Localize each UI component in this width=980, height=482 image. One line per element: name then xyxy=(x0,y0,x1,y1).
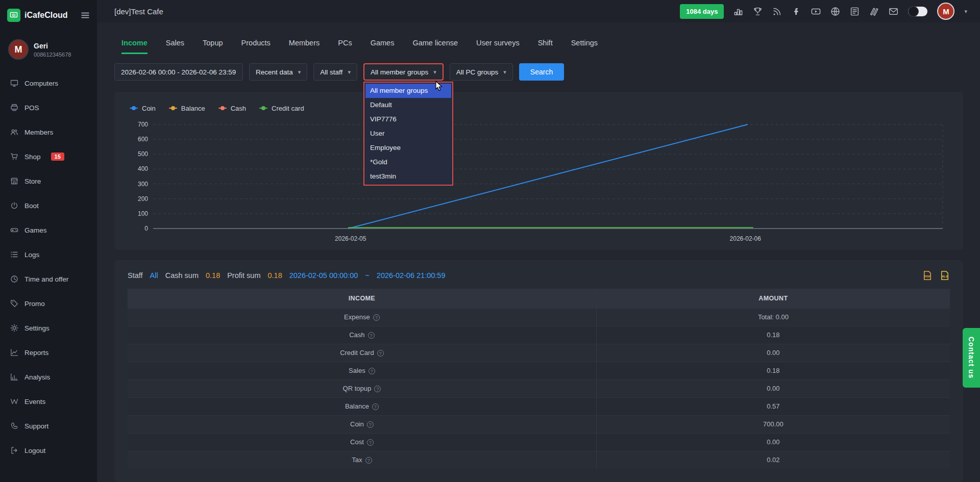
search-button[interactable]: Search xyxy=(519,63,564,81)
legend-item-cash[interactable]: Cash xyxy=(218,105,246,112)
sidebar-item-label: Computers xyxy=(24,80,58,87)
sidebar-item-members[interactable]: Members xyxy=(0,120,97,144)
column-header-income: INCOME xyxy=(128,289,596,308)
sidebar-item-promo[interactable]: Promo xyxy=(0,291,97,316)
sidebar-item-reports[interactable]: Reports xyxy=(0,340,97,365)
help-icon[interactable] xyxy=(365,457,372,464)
sidebar-item-label: Logs xyxy=(24,251,39,259)
income-chart-panel: Coin Balance Cash Credit card 0100200300… xyxy=(114,92,963,250)
tab-topup[interactable]: Topup xyxy=(203,39,223,54)
sidebar-item-games[interactable]: Games xyxy=(0,218,97,242)
layers-icon[interactable] xyxy=(869,7,879,16)
tab-income[interactable]: Income xyxy=(121,39,148,54)
ranking-icon[interactable] xyxy=(733,7,743,16)
export-actions: PDF XLS xyxy=(922,270,950,281)
dropdown-option-gold[interactable]: *Gold xyxy=(365,155,451,169)
dropdown-option-employee[interactable]: Employee xyxy=(365,141,451,155)
tab-pcs[interactable]: PCs xyxy=(338,39,352,54)
help-icon[interactable] xyxy=(374,386,381,392)
tab-products[interactable]: Products xyxy=(241,39,271,54)
tab-shift[interactable]: Shift xyxy=(538,39,553,54)
chevron-down-icon xyxy=(298,69,301,75)
member-groups-value: All member groups xyxy=(371,68,428,76)
tab-settings[interactable]: Settings xyxy=(571,39,598,54)
theme-toggle-switch[interactable] xyxy=(908,7,927,16)
row-amount: 0.02 xyxy=(596,451,950,469)
account-avatar[interactable]: M xyxy=(937,3,954,20)
export-excel-button[interactable]: XLS xyxy=(940,270,950,281)
help-icon[interactable] xyxy=(373,314,380,321)
row-label: Coin xyxy=(350,420,364,428)
help-icon[interactable] xyxy=(367,421,374,428)
sidebar-item-label: Settings xyxy=(24,324,50,332)
income-summary-panel: Staff All Cash sum 0.18 Profit sum 0.18 … xyxy=(114,260,963,482)
row-label: Credit Card xyxy=(340,349,374,357)
legend-item-balance[interactable]: Balance xyxy=(169,105,205,112)
pc-groups-select[interactable]: All PC groups xyxy=(450,63,513,81)
tab-user-surveys[interactable]: User surveys xyxy=(476,39,520,54)
globe-icon[interactable] xyxy=(830,7,840,16)
sidebar-item-time-and-offer[interactable]: Time and offer xyxy=(0,267,97,291)
tab-sales[interactable]: Sales xyxy=(166,39,184,54)
help-icon[interactable] xyxy=(369,368,375,374)
svg-text:XLS: XLS xyxy=(942,274,948,278)
user-name: Geri xyxy=(34,42,71,50)
row-amount: 0.18 xyxy=(596,362,950,379)
tab-game-license[interactable]: Game license xyxy=(412,39,458,54)
recent-data-select[interactable]: Recent data xyxy=(249,63,307,81)
sidebar-item-shop[interactable]: Shop 15 xyxy=(0,144,97,169)
youtube-icon[interactable] xyxy=(811,7,821,16)
chevron-down-icon xyxy=(503,69,506,75)
subscription-days-badge[interactable]: 1084 days xyxy=(680,4,724,19)
facebook-icon[interactable] xyxy=(792,7,801,16)
svg-text:500: 500 xyxy=(138,150,148,158)
export-pdf-button[interactable]: PDF xyxy=(922,270,933,281)
sidebar-item-support[interactable]: Support xyxy=(0,414,97,438)
staff-value: All xyxy=(150,271,158,280)
tab-members[interactable]: Members xyxy=(289,39,320,54)
svg-text:200: 200 xyxy=(138,195,148,202)
income-table-wrap: INCOME AMOUNT ExpenseTotal: 0.00 Cash0.1… xyxy=(114,289,963,469)
mail-icon[interactable] xyxy=(889,7,898,16)
sidebar-item-boot[interactable]: Boot xyxy=(0,193,97,218)
help-icon[interactable] xyxy=(372,403,379,410)
rss-icon[interactable] xyxy=(772,7,782,16)
legend-item-credit-card[interactable]: Credit card xyxy=(259,105,304,112)
sidebar-item-analysis[interactable]: Analysis xyxy=(0,365,97,389)
sidebar-item-computers[interactable]: Computers xyxy=(0,71,97,95)
svg-text:2026-02-05: 2026-02-05 xyxy=(335,235,366,242)
logout-icon xyxy=(10,446,18,454)
sidebar-item-events[interactable]: Events xyxy=(0,389,97,414)
date-range-input[interactable] xyxy=(114,63,243,81)
sidebar-item-logs[interactable]: Logs xyxy=(0,242,97,267)
help-icon[interactable] xyxy=(377,350,384,357)
legend-label: Coin xyxy=(142,105,156,112)
dropdown-option-user[interactable]: User xyxy=(365,126,451,141)
hamburger-menu-icon[interactable] xyxy=(81,11,90,20)
trophy-icon[interactable] xyxy=(753,7,763,16)
staff-select[interactable]: All staff xyxy=(313,63,357,81)
chevron-down-icon[interactable] xyxy=(964,8,967,15)
invoice-icon[interactable] xyxy=(850,7,860,16)
dropdown-option-default[interactable]: Default xyxy=(365,98,451,112)
dropdown-option-vip7776[interactable]: VIP7776 xyxy=(365,112,451,126)
sidebar-item-store[interactable]: Store xyxy=(0,169,97,193)
help-icon[interactable] xyxy=(368,332,375,339)
staff-value: All staff xyxy=(320,68,342,76)
member-groups-select[interactable]: All member groups xyxy=(363,63,444,81)
table-row: Sales0.18 xyxy=(128,362,950,379)
contact-us-button[interactable]: Contact us xyxy=(963,328,980,388)
brand-logo-icon xyxy=(7,9,20,22)
sidebar-item-label: Shop xyxy=(24,153,41,161)
user-block: M Geri 008612345678 xyxy=(0,30,97,67)
dropdown-option-test3min[interactable]: test3min xyxy=(365,169,451,184)
sidebar-item-settings[interactable]: Settings xyxy=(0,316,97,340)
sidebar-item-pos[interactable]: POS xyxy=(0,95,97,120)
sidebar-item-logout[interactable]: Logout xyxy=(0,438,97,463)
legend-item-coin[interactable]: Coin xyxy=(130,105,156,112)
dropdown-option-all-member-groups[interactable]: All member groups xyxy=(365,84,451,98)
row-label: Cost xyxy=(350,438,364,446)
tab-games[interactable]: Games xyxy=(371,39,395,54)
help-icon[interactable] xyxy=(367,439,374,446)
row-label: Balance xyxy=(345,402,369,410)
